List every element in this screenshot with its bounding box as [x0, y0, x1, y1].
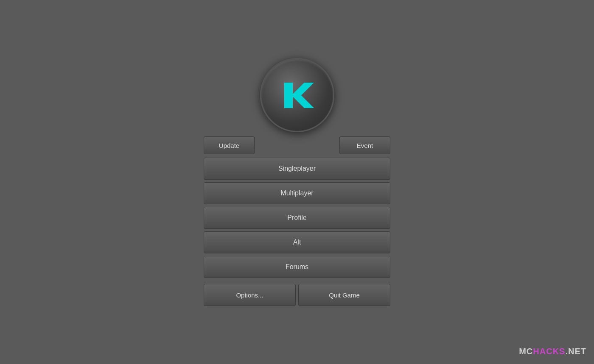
profile-button[interactable]: Profile — [204, 207, 390, 229]
logo-area — [260, 58, 334, 132]
forums-button[interactable]: Forums — [204, 256, 390, 278]
main-menu: Update Event Singleplayer Multiplayer Pr… — [204, 58, 390, 306]
options-button[interactable]: Options... — [204, 284, 296, 306]
watermark-hacks: HACKS — [533, 347, 565, 356]
singleplayer-button[interactable]: Singleplayer — [204, 158, 390, 180]
quit-game-button[interactable]: Quit Game — [298, 284, 390, 306]
bottom-button-row: Options... Quit Game — [204, 284, 390, 306]
watermark-net: .NET — [565, 347, 586, 356]
watermark-mc: MC — [519, 347, 533, 356]
svg-marker-0 — [284, 83, 314, 108]
alt-button[interactable]: Alt — [204, 231, 390, 253]
multiplayer-button[interactable]: Multiplayer — [204, 182, 390, 204]
k-logo-icon — [278, 76, 316, 114]
logo-circle — [260, 58, 334, 132]
event-button[interactable]: Event — [339, 136, 390, 154]
update-button[interactable]: Update — [204, 136, 255, 154]
top-button-row: Update Event — [204, 136, 390, 154]
watermark: MCHACKS.NET — [519, 347, 586, 356]
